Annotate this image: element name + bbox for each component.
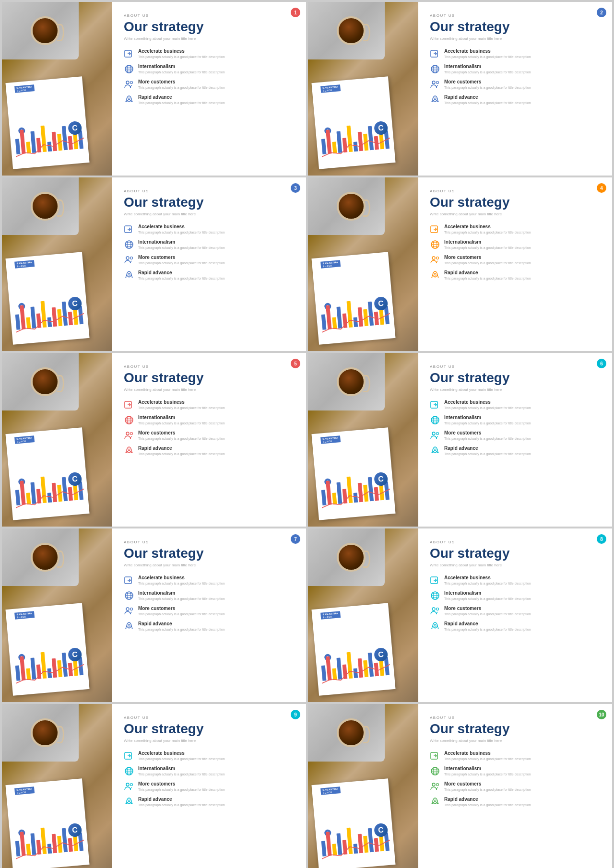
feature-desc-1: This paragraph actually is a good place … xyxy=(444,421,531,425)
svg-point-99 xyxy=(434,800,436,802)
chart-paper: SAMANTHABLACK $ C xyxy=(5,603,89,695)
feature-desc-1: This paragraph actually is a good place … xyxy=(444,772,531,776)
feature-text-3: Rapid advance This paragraph actually is… xyxy=(138,446,225,456)
feature-title-2: More customers xyxy=(138,255,225,260)
coffee-cup xyxy=(337,367,366,396)
feature-desc-1: This paragraph actually is a good place … xyxy=(138,70,225,74)
feature-item-3: Rapid advance This paragraph actually is… xyxy=(124,270,296,281)
chart-paper: SAMANTHABLACK $ C xyxy=(5,76,89,169)
feature-text-0: Accelerate business This paragraph actua… xyxy=(444,224,531,235)
slide-image-8: SAMANTHABLACK $ C xyxy=(308,528,418,702)
feature-text-2: More customers This paragraph actually i… xyxy=(444,781,531,792)
svg-point-87 xyxy=(126,783,129,786)
feature-desc-1: This paragraph actually is a good place … xyxy=(444,70,531,74)
coffee-cup xyxy=(337,543,366,572)
slide-content-5: ABOUT US Our strategy Write something ab… xyxy=(112,353,306,527)
about-label: ABOUT US xyxy=(430,540,602,544)
feature-icon-0 xyxy=(430,48,440,59)
feature-item-2: More customers This paragraph actually i… xyxy=(430,79,602,90)
svg-point-78 xyxy=(437,608,439,610)
svg-point-47 xyxy=(126,432,129,435)
slide-7: SAMANTHABLACK $ C ABOUT US Our strategy … xyxy=(2,528,306,702)
feature-desc-0: This paragraph actually is a good place … xyxy=(138,757,225,761)
slide-subtitle: Write something about your main title he… xyxy=(430,36,602,41)
feature-icon-2 xyxy=(124,606,134,616)
slide-9: SAMANTHABLACK $ C ABOUT US Our strategy … xyxy=(2,704,306,868)
svg-point-28 xyxy=(130,257,133,259)
feature-icon-1 xyxy=(430,415,440,425)
feature-desc-0: This paragraph actually is a good place … xyxy=(138,230,225,235)
feature-item-0: Accelerate business This paragraph actua… xyxy=(124,48,296,59)
feature-item-0: Accelerate business This paragraph actua… xyxy=(124,575,296,586)
feature-title-2: More customers xyxy=(138,79,225,84)
feature-text-1: Internationalism This paragraph actually… xyxy=(138,590,225,601)
paper-label: SAMANTHABLACK xyxy=(14,260,35,268)
feature-title-1: Internationalism xyxy=(444,239,531,245)
strategy-title: Our strategy xyxy=(124,371,296,386)
slide-content-6: ABOUT US Our strategy Write something ab… xyxy=(418,353,612,527)
slide-content-7: ABOUT US Our strategy Write something ab… xyxy=(112,528,306,702)
feature-text-2: More customers This paragraph actually i… xyxy=(444,79,531,90)
feature-desc-1: This paragraph actually is a good place … xyxy=(138,772,225,776)
feature-icon-3 xyxy=(124,270,134,281)
slide-badge: 6 xyxy=(597,359,606,368)
feature-text-2: More customers This paragraph actually i… xyxy=(444,430,531,441)
svg-point-8 xyxy=(130,81,133,83)
slide-subtitle: Write something about your main title he… xyxy=(124,36,296,41)
feature-desc-2: This paragraph actually is a good place … xyxy=(444,85,531,90)
feature-title-2: More customers xyxy=(138,781,225,786)
feature-desc-2: This paragraph actually is a good place … xyxy=(444,261,531,265)
feature-icon-1 xyxy=(124,239,134,250)
feature-desc-2: This paragraph actually is a good place … xyxy=(138,261,225,265)
slide-image-10: SAMANTHABLACK $ C xyxy=(308,704,418,868)
feature-item-2: More customers This paragraph actually i… xyxy=(430,255,602,265)
feature-icon-3 xyxy=(124,621,134,632)
feature-title-2: More customers xyxy=(444,606,531,611)
feature-title-1: Internationalism xyxy=(138,590,225,596)
slide-5: SAMANTHABLACK $ C ABOUT US Our strategy … xyxy=(2,353,306,527)
feature-desc-3: This paragraph actually is a good place … xyxy=(138,452,225,456)
feature-title-0: Accelerate business xyxy=(444,751,531,756)
slide-8: SAMANTHABLACK $ C ABOUT US Our strategy … xyxy=(308,528,612,702)
svg-point-89 xyxy=(128,800,130,802)
slide-grid: SAMANTHABLACK $ C ABOUT US Our strategy … xyxy=(0,0,614,868)
about-label: ABOUT US xyxy=(124,540,296,544)
paper-label: SAMANTHABLACK xyxy=(14,435,35,444)
paper-label: SAMANTHABLACK xyxy=(320,260,341,268)
chart-paper: SAMANTHABLACK $ C xyxy=(311,252,395,344)
feature-icon-0 xyxy=(124,575,134,586)
svg-point-58 xyxy=(437,432,439,434)
feature-item-3: Rapid advance This paragraph actually is… xyxy=(124,797,296,807)
feature-icon-3 xyxy=(124,94,134,105)
slide-badge: 3 xyxy=(291,183,300,193)
slide-subtitle: Write something about your main title he… xyxy=(124,212,296,216)
feature-title-3: Rapid advance xyxy=(138,446,225,451)
feature-title-1: Internationalism xyxy=(138,415,225,420)
feature-title-3: Rapid advance xyxy=(444,621,531,626)
feature-item-0: Accelerate business This paragraph actua… xyxy=(430,399,602,410)
feature-icon-2 xyxy=(124,255,134,265)
feature-text-0: Accelerate business This paragraph actua… xyxy=(138,224,225,235)
slide-badge: 10 xyxy=(597,710,606,719)
feature-title-3: Rapid advance xyxy=(444,797,531,802)
feature-text-2: More customers This paragraph actually i… xyxy=(444,255,531,265)
feature-title-0: Accelerate business xyxy=(138,751,225,756)
about-label: ABOUT US xyxy=(124,364,296,369)
feature-icon-2 xyxy=(430,430,440,441)
feature-text-3: Rapid advance This paragraph actually is… xyxy=(138,270,225,281)
feature-icon-0 xyxy=(430,751,440,761)
feature-text-3: Rapid advance This paragraph actually is… xyxy=(444,621,531,632)
paper-label: SAMANTHABLACK xyxy=(320,611,341,619)
feature-title-0: Accelerate business xyxy=(444,399,531,405)
feature-item-2: More customers This paragraph actually i… xyxy=(124,430,296,441)
feature-title-0: Accelerate business xyxy=(138,48,225,54)
feature-item-2: More customers This paragraph actually i… xyxy=(430,781,602,792)
feature-desc-2: This paragraph actually is a good place … xyxy=(444,787,531,792)
about-label: ABOUT US xyxy=(430,716,602,720)
feature-text-3: Rapid advance This paragraph actually is… xyxy=(138,621,225,632)
chart-paper: SAMANTHABLACK $ C xyxy=(5,778,89,868)
feature-text-1: Internationalism This paragraph actually… xyxy=(138,766,225,776)
feature-text-3: Rapid advance This paragraph actually is… xyxy=(138,797,225,807)
about-label: ABOUT US xyxy=(124,716,296,720)
svg-point-29 xyxy=(128,273,130,275)
